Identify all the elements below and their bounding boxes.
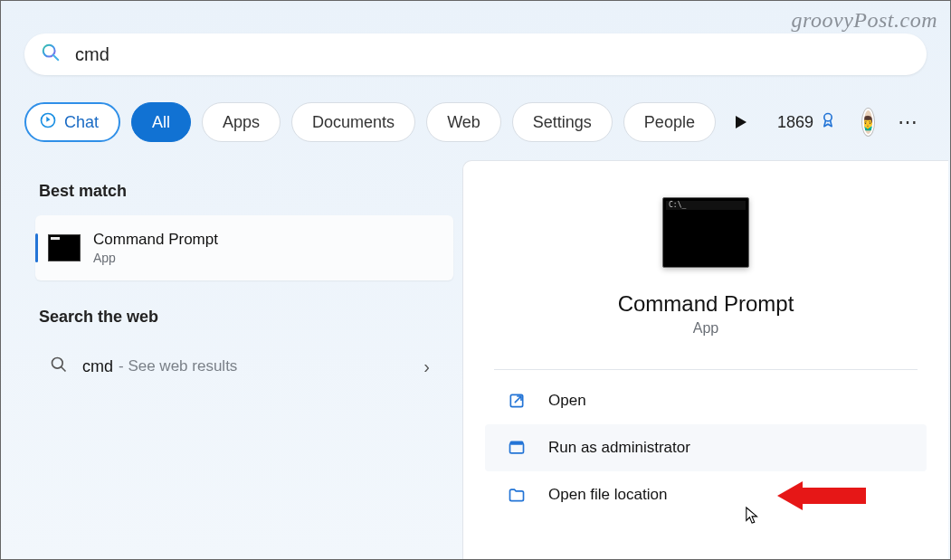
web-query-text: cmd <box>82 357 113 376</box>
action-label: Open <box>548 392 586 410</box>
filter-label: All <box>152 113 170 132</box>
action-label: Open file location <box>548 486 667 504</box>
bing-chat-icon <box>39 111 57 134</box>
filter-chat[interactable]: Chat <box>24 102 120 142</box>
more-options-icon[interactable]: ⋯ <box>890 110 927 134</box>
folder-icon <box>505 486 528 504</box>
rewards-points[interactable]: 1869 <box>777 111 837 134</box>
cmd-app-icon <box>48 234 81 261</box>
search-input[interactable] <box>73 43 910 66</box>
shield-admin-icon <box>505 439 528 457</box>
result-title: Command Prompt <box>93 231 218 249</box>
best-match-heading: Best match <box>39 182 462 201</box>
watermark-text: groovyPost.com <box>792 8 937 33</box>
cmd-large-icon <box>662 197 749 268</box>
filter-label: Documents <box>312 113 395 132</box>
filter-all[interactable]: All <box>131 102 191 142</box>
action-label: Run as administrator <box>548 439 690 457</box>
svg-point-4 <box>52 358 63 369</box>
action-open-file-location[interactable]: Open file location <box>485 471 927 518</box>
chevron-right-icon[interactable]: › <box>423 356 430 377</box>
selection-indicator <box>35 233 38 262</box>
preview-panel: Command Prompt App Open Run as administr… <box>462 160 948 559</box>
panel-title: Command Prompt <box>463 291 948 317</box>
filter-web[interactable]: Web <box>426 102 501 142</box>
svg-rect-8 <box>510 441 524 445</box>
svg-point-3 <box>824 113 832 120</box>
search-bar[interactable] <box>24 33 927 75</box>
action-open[interactable]: Open <box>485 377 927 424</box>
filter-documents[interactable]: Documents <box>291 102 415 142</box>
filter-bar: Chat All Apps Documents Web Settings Peo… <box>24 99 927 146</box>
svg-line-5 <box>62 367 66 372</box>
filter-settings[interactable]: Settings <box>512 102 613 142</box>
svg-line-1 <box>53 55 59 61</box>
avatar-face-icon: 🙍‍♂️ <box>862 114 874 131</box>
web-hint-text: - See web results <box>119 357 237 375</box>
search-web-heading: Search the web <box>39 308 462 327</box>
filter-label: Chat <box>64 113 99 132</box>
filter-apps[interactable]: Apps <box>202 102 281 142</box>
search-icon <box>50 356 68 377</box>
search-icon <box>41 43 61 66</box>
result-subtitle: App <box>93 251 218 265</box>
result-command-prompt[interactable]: Command Prompt App <box>35 215 453 280</box>
filter-label: Settings <box>533 113 592 132</box>
filter-label: Apps <box>223 113 260 132</box>
action-run-as-administrator[interactable]: Run as administrator <box>485 424 927 471</box>
web-result-cmd[interactable]: cmd - See web results › <box>35 341 462 392</box>
filter-label: Web <box>447 113 480 132</box>
rewards-medal-icon <box>819 111 837 134</box>
points-value: 1869 <box>777 113 813 132</box>
more-filters-icon[interactable] <box>736 116 747 128</box>
divider <box>494 369 918 370</box>
user-avatar[interactable]: 🙍‍♂️ <box>862 109 874 136</box>
panel-subtitle: App <box>463 320 948 337</box>
filter-people[interactable]: People <box>623 102 716 142</box>
filter-label: People <box>644 113 695 132</box>
open-icon <box>505 392 528 410</box>
